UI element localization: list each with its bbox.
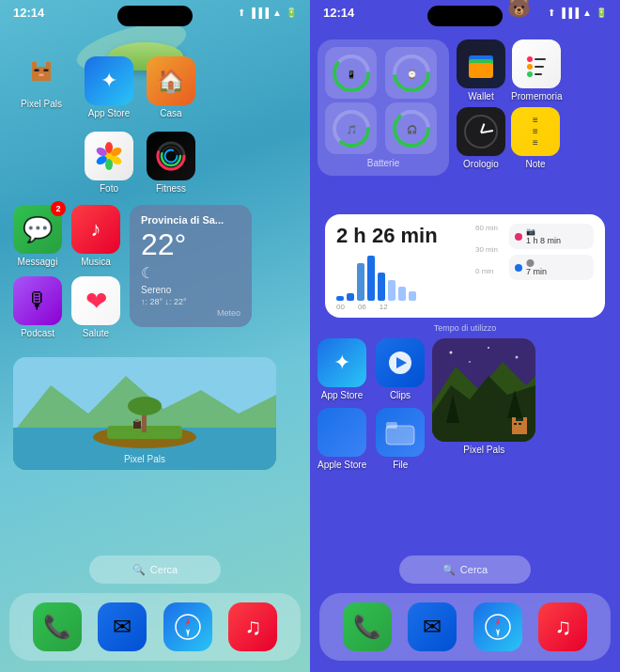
location-icon-left: ⬆ [238, 8, 245, 18]
appstore-label: App Store [88, 108, 130, 118]
msg-music-col: 💬 2 Messaggi 🎙 Podcast [13, 205, 62, 338]
app-icon-messaggi[interactable]: 💬 2 Messaggi [13, 205, 62, 267]
bottom-apps-grid: ✦ App Store Clips [318, 338, 425, 470]
item2-icon: ⬤ [526, 258, 547, 267]
note-icon-img: ≡≡≡ [511, 107, 560, 156]
file-img [376, 408, 425, 457]
screen-time-inner: 2 h 26 min 00 06 12 [325, 214, 605, 318]
messaggi-label: Messaggi [18, 257, 58, 267]
app-icon-promemoria[interactable]: Promemoria [511, 39, 562, 102]
app-icon-foto[interactable]: Foto [85, 132, 133, 194]
search-bar-left[interactable]: 🔍 Cerca [89, 555, 221, 584]
pixel-pals-top[interactable]: Pixel Pals [17, 47, 66, 109]
screen-time-widget[interactable]: 2 h 26 min 00 06 12 [318, 209, 612, 333]
status-icons-right: ⬆ ▐▐▐ ▲ 🔋 [548, 8, 607, 18]
app-icon-podcast[interactable]: 🎙 Podcast [13, 276, 62, 338]
podcast-icon-img: 🎙 [13, 276, 62, 325]
battery-icon-right: 🔋 [596, 8, 607, 18]
st-footer: Tempo di utilizzo [318, 323, 612, 333]
app-icon-fitness[interactable]: Fitness [147, 132, 195, 194]
search-icon-left: 🔍 [132, 564, 146, 576]
dock-phone-left[interactable]: 📞 [33, 602, 82, 651]
app-row2: Foto Fitness [85, 132, 195, 194]
bottom-row1: ✦ App Store Clips [318, 338, 425, 400]
top-app-row: ✦ App Store 🏠 Casa [85, 56, 195, 118]
st-item2: ⬤ 7 min [509, 255, 594, 280]
right-top-section: 📱 ⌚ 🎵 [318, 39, 562, 176]
dock-safari-left[interactable] [163, 602, 212, 651]
search-bar-right[interactable]: 🔍 Cerca [399, 555, 531, 584]
item2-dot [515, 264, 522, 272]
svg-rect-27 [135, 419, 139, 422]
widget-meteo[interactable]: Provincia di Sa... 22° ☾ Sereno ↑: 28° ↓… [130, 205, 252, 327]
app-icon-appstore[interactable]: ✦ App Store [85, 56, 133, 118]
st-bar-1 [336, 296, 344, 301]
dock-mail-right[interactable]: ✉ [408, 602, 457, 651]
orologio-icon-img [457, 107, 505, 156]
messaggi-badge: 2 [51, 201, 66, 216]
applestore-img [318, 408, 366, 457]
note-label: Note [525, 159, 545, 169]
meteo-temp: 22° [141, 227, 240, 262]
st-bar-2 [347, 293, 354, 301]
pixel-pals-widget: Pixel Pals [13, 357, 276, 470]
app-icon-musica[interactable]: ♪ Musica [71, 205, 120, 267]
app-icon-applestore[interactable]: Apple Store [318, 408, 366, 470]
st-y-0: 0 min [475, 267, 498, 275]
st-chart [336, 254, 468, 301]
svg-point-64 [516, 356, 519, 359]
orologio-label: Orologio [463, 159, 499, 169]
instagram-dot [515, 233, 522, 241]
svg-rect-26 [133, 421, 141, 429]
dock-phone-right[interactable]: 📞 [343, 602, 392, 651]
promemoria-label: Promemoria [511, 91, 562, 102]
svg-rect-5 [39, 74, 44, 77]
app-icon-casa[interactable]: 🏠 Casa [147, 56, 195, 118]
app-icon-appstore-right[interactable]: ✦ App Store [318, 338, 366, 400]
st-bar-5 [378, 273, 385, 301]
wallet-label: Wallet [468, 91, 493, 102]
middle-row: 💬 2 Messaggi 🎙 Podcast ♪ Musica [13, 205, 252, 338]
dock-mail-left[interactable]: ✉ [98, 602, 147, 651]
music-icon-right: ♫ [554, 614, 571, 640]
dock-music-left[interactable]: ♫ [228, 602, 277, 651]
wallet-promemoria-row: Wallet Promemoria [457, 39, 562, 102]
foto-label: Foto [100, 183, 118, 194]
bottom-apps-section: ✦ App Store Clips [318, 338, 535, 470]
svg-point-50 [527, 71, 533, 77]
right-screen: 🐻 12:14 ⬆ ▐▐▐ ▲ 🔋 📱 [310, 0, 620, 672]
svg-rect-49 [535, 66, 544, 68]
wallet-icon-img [457, 39, 505, 88]
svg-point-65 [469, 361, 471, 363]
dock-music-right[interactable]: ♫ [538, 602, 587, 651]
st-bar-3 [357, 263, 364, 301]
pixel-pals-widget-container[interactable]: Pixel Pals [13, 357, 276, 470]
st-y-60: 60 min [475, 224, 498, 232]
item2-time: 7 min [526, 267, 547, 276]
signal-icon-left: ▐▐▐ [249, 8, 269, 18]
svg-rect-69 [514, 423, 517, 425]
file-label: File [393, 460, 408, 470]
meteo-moon-icon: ☾ [141, 264, 240, 282]
app-icon-salute[interactable]: ❤ Salute [71, 276, 120, 338]
dock-safari-right[interactable] [473, 602, 522, 651]
app-icon-wallet[interactable]: Wallet [457, 39, 505, 102]
pixel-pals-large-wrapper[interactable]: Pixel Pals [432, 338, 535, 455]
svg-rect-67 [512, 417, 516, 423]
svg-rect-47 [535, 58, 546, 60]
app-icon-clips[interactable]: Clips [376, 338, 425, 400]
batterie-widget[interactable]: 📱 ⌚ 🎵 [318, 39, 449, 176]
salute-icon-img: ❤ [71, 276, 120, 325]
pixel-pals-top-label: Pixel Pals [21, 99, 62, 109]
instagram-time: 1 h 8 min [526, 236, 561, 245]
right-apps-col1: Wallet Promemoria [457, 39, 562, 176]
battery-icon-left: 🔋 [286, 8, 297, 18]
svg-rect-3 [35, 70, 39, 72]
svg-rect-70 [519, 423, 521, 425]
app-icon-note[interactable]: ≡≡≡ Note [511, 107, 560, 169]
st-bar-8 [409, 291, 416, 301]
st-bar-6 [388, 280, 395, 301]
app-icon-file[interactable]: File [376, 408, 425, 470]
app-icon-orologio[interactable]: Orologio [457, 107, 505, 169]
batterie-label: Batterie [325, 158, 442, 168]
